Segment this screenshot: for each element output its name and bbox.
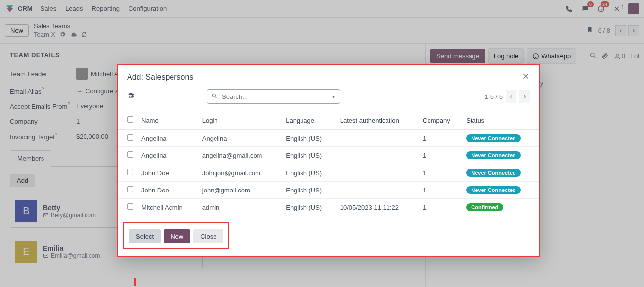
cell-latest	[336, 147, 419, 164]
close-icon[interactable]	[521, 72, 530, 82]
modal-title: Add: Salespersons	[127, 73, 193, 82]
row-checkbox[interactable]	[127, 151, 133, 158]
cell-company: 1	[419, 147, 462, 164]
cell-login: john@gmail.com	[198, 182, 282, 199]
status-badge: Confirmed	[466, 203, 503, 211]
row-checkbox[interactable]	[127, 134, 133, 141]
cell-login: Johnjon@gmail.com	[198, 164, 282, 182]
cell-name: Angelina	[137, 147, 198, 164]
salespersons-table: Name Login Language Latest authenticatio…	[118, 111, 539, 216]
gear-icon[interactable]	[127, 92, 134, 101]
select-all-checkbox[interactable]	[127, 116, 133, 123]
svg-point-8	[212, 94, 215, 97]
modal-close-button[interactable]: Close	[193, 229, 223, 243]
cell-login: admin	[198, 199, 282, 216]
col-login[interactable]: Login	[198, 111, 282, 130]
modal-new-button[interactable]: New	[164, 229, 190, 243]
cell-language: English (US)	[282, 199, 336, 216]
table-row[interactable]: Mitchell Admin admin English (US) 10/05/…	[118, 199, 539, 216]
cell-login: angelina@gmail.com	[198, 147, 282, 164]
cell-language: English (US)	[282, 182, 336, 199]
modal-pager-next[interactable]	[519, 90, 530, 103]
cell-latest	[336, 164, 419, 182]
cell-name: John Doe	[137, 164, 198, 182]
cell-name: Mitchell Admin	[137, 199, 198, 216]
col-latest[interactable]: Latest authentication	[336, 111, 419, 130]
cell-company: 1	[419, 130, 462, 147]
cell-latest	[336, 130, 419, 147]
chevron-down-icon[interactable]: ▾	[327, 90, 340, 103]
row-checkbox[interactable]	[127, 169, 133, 175]
add-salespersons-modal: Add: Salespersons ▾ 1-5 / 5 Name Login L…	[117, 64, 540, 257]
cell-company: 1	[419, 199, 462, 216]
status-badge: Never Connected	[466, 169, 520, 177]
footer-highlight: Select New Close	[123, 222, 229, 249]
annotation-marker	[134, 278, 136, 286]
table-row[interactable]: John Doe john@gmail.com English (US) 1 N…	[118, 182, 539, 199]
table-row[interactable]: Angelina Angelina English (US) 1 Never C…	[118, 130, 539, 147]
cell-name: Angelina	[137, 130, 198, 147]
table-row[interactable]: Angelina angelina@gmail.com English (US)…	[118, 147, 539, 164]
status-badge: Never Connected	[466, 186, 520, 194]
search-box: ▾	[207, 89, 340, 104]
cell-company: 1	[419, 164, 462, 182]
cell-name: John Doe	[137, 182, 198, 199]
modal-pager-prev[interactable]	[506, 90, 516, 103]
col-name[interactable]: Name	[137, 111, 198, 130]
col-company[interactable]: Company	[419, 111, 462, 130]
search-icon	[207, 93, 222, 101]
row-checkbox[interactable]	[127, 203, 133, 210]
cell-login: Angelina	[198, 130, 282, 147]
cell-language: English (US)	[282, 164, 336, 182]
search-input[interactable]	[222, 91, 327, 102]
modal-pager-text: 1-5 / 5	[484, 93, 503, 100]
cell-language: English (US)	[282, 147, 336, 164]
cell-language: English (US)	[282, 130, 336, 147]
row-checkbox[interactable]	[127, 186, 133, 192]
table-row[interactable]: John Doe Johnjon@gmail.com English (US) …	[118, 164, 539, 182]
select-button[interactable]: Select	[129, 229, 161, 243]
cell-latest: 10/05/2023 11:11:22	[336, 199, 419, 216]
col-status[interactable]: Status	[462, 111, 539, 130]
status-badge: Never Connected	[466, 134, 520, 142]
cell-company: 1	[419, 182, 462, 199]
cell-latest	[336, 182, 419, 199]
col-language[interactable]: Language	[282, 111, 336, 130]
status-badge: Never Connected	[466, 151, 520, 159]
